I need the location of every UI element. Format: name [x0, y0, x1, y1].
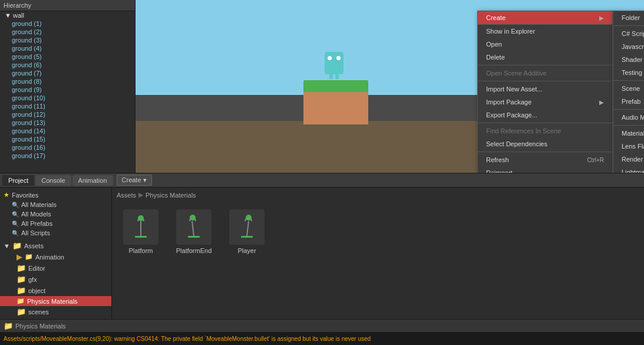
star-icon: ★ [4, 191, 9, 199]
hierarchy-title: Hierarchy [4, 2, 31, 9]
asset-icon-player [229, 209, 265, 245]
context-menu-sep2 [478, 81, 612, 81]
hierarchy-item-wall[interactable]: ▼ wall [0, 11, 135, 19]
submenu-item-lens-flare[interactable]: Lens Flare [613, 140, 644, 153]
context-menu-item-show-explorer[interactable]: Show in Explorer [478, 25, 612, 38]
tab-animation[interactable]: Animation [72, 175, 113, 186]
hierarchy-item-ground13[interactable]: ground (13) [0, 119, 135, 127]
hierarchy-item-ground6[interactable]: ground (6) [0, 61, 135, 69]
hierarchy-list[interactable]: ▼ wall ground (1) ground (2) ground (3) … [0, 11, 135, 172]
svg-rect-8 [241, 236, 253, 238]
folder-item-scenes[interactable]: 📁 scenes [0, 306, 111, 317]
hierarchy-item-ground8[interactable]: ground (8) [0, 77, 135, 86]
character-body [325, 52, 344, 74]
svg-line-6 [247, 221, 249, 236]
submenu-item-audio-mixer[interactable]: Audio Mixer [613, 111, 644, 124]
hierarchy-item-ground1[interactable]: ground (1) [0, 19, 135, 28]
asset-item-platformend[interactable]: PlatformEnd [173, 209, 214, 254]
hierarchy-item-ground16[interactable]: ground (16) [0, 143, 135, 152]
bottom-folder-bar: 📁 Physics Materials [0, 319, 644, 332]
hierarchy-item-ground3[interactable]: ground (3) [0, 36, 135, 44]
context-menu-item-export-package[interactable]: Export Package... [478, 109, 612, 121]
hierarchy-header: Hierarchy [0, 0, 135, 11]
sidebar-item-all-scripts[interactable]: 🔍 All Scripts [0, 228, 111, 238]
hierarchy-item-ground10[interactable]: ground (10) [0, 94, 135, 102]
svg-point-4 [190, 215, 196, 221]
hierarchy-item-ground9[interactable]: ground (9) [0, 86, 135, 94]
character-eye-left [328, 56, 332, 60]
submenu-item-prefab[interactable]: Prefab [613, 95, 644, 108]
context-menu-item-delete[interactable]: Delete [478, 51, 612, 64]
submenu-item-scene[interactable]: Scene [613, 82, 644, 95]
context-menu-sep3 [478, 123, 612, 123]
breadcrumb: Assets ▶ Physics Materials [114, 190, 642, 200]
folder-item-gfx[interactable]: 📁 gfx [0, 274, 111, 285]
submenu-item-render-texture[interactable]: Render Texture [613, 153, 644, 166]
asset-icon-platformend [176, 209, 212, 245]
svg-point-1 [138, 215, 144, 221]
hierarchy-item-ground11[interactable]: ground (11) [0, 102, 135, 110]
sidebar-item-all-materials[interactable]: 🔍 All Materials [0, 200, 111, 209]
refresh-shortcut: Ctrl+R [587, 157, 604, 163]
context-menu-item-open[interactable]: Open [478, 38, 612, 51]
editor-folder-icon: 📁 [16, 264, 26, 272]
breadcrumb-assets: Assets [117, 192, 136, 199]
submenu-sep0 [613, 25, 644, 26]
context-menu-item-import-asset[interactable]: Import New Asset... [478, 83, 612, 96]
context-menu-item-select-deps[interactable]: Select Dependencies [478, 137, 612, 150]
hierarchy-item-ground5[interactable]: ground (5) [0, 52, 135, 61]
create-button[interactable]: Create ▾ [117, 175, 152, 186]
svg-point-7 [246, 215, 252, 221]
folder-item-object[interactable]: 📁 object [0, 285, 111, 296]
scenes-folder-icon: 📁 [16, 307, 26, 316]
scene-view[interactable]: Create ▶ Show in Explorer Open Delete Op… [136, 0, 644, 173]
create-submenu[interactable]: Folder C# Script Javascript Shader ▶ Tes… [613, 11, 644, 173]
hierarchy-item-ground2[interactable]: ground (2) [0, 28, 135, 36]
asset-item-platform[interactable]: Platform [120, 209, 161, 254]
context-menu-item-reimport[interactable]: Reimport [478, 166, 612, 173]
context-menu[interactable]: Create ▶ Show in Explorer Open Delete Op… [477, 11, 613, 173]
svg-line-3 [192, 221, 194, 236]
bottom-tabs: Project Console Animation Create ▾ [0, 173, 644, 188]
folder-item-physics-materials[interactable]: 📁 Physics Materials [0, 296, 111, 306]
main-container: Hierarchy ▼ wall ground (1) ground (2) g… [0, 0, 644, 345]
assets-header[interactable]: ▼ 📁 Assets [0, 240, 111, 251]
context-menu-item-refresh[interactable]: Refresh Ctrl+R [478, 153, 612, 166]
context-menu-item-find-refs: Find References In Scene [478, 124, 612, 137]
context-menu-item-import-package[interactable]: Import Package ▶ [478, 96, 612, 109]
context-menu-item-create[interactable]: Create ▶ [478, 11, 612, 25]
bottom-panel: Project Console Animation Create ▾ ★ Fav… [0, 173, 644, 332]
submenu-item-lightmap-params[interactable]: Lightmap Parameters [613, 166, 644, 173]
hierarchy-item-ground15[interactable]: ground (15) [0, 135, 135, 143]
submenu-item-js[interactable]: Javascript [613, 40, 644, 53]
platform [303, 80, 368, 124]
tab-project[interactable]: Project [2, 175, 34, 186]
submenu-item-csharp[interactable]: C# Script [613, 27, 644, 40]
hierarchy-item-ground7[interactable]: ground (7) [0, 69, 135, 77]
hierarchy-item-ground14[interactable]: ground (14) [0, 127, 135, 135]
character [323, 52, 345, 80]
asset-item-player[interactable]: Player [226, 209, 267, 254]
physics-folder-icon: 📁 [16, 297, 25, 305]
favorites-header[interactable]: ★ Favorites [0, 190, 111, 200]
submenu-sep3 [613, 125, 644, 126]
gfx-folder-icon: 📁 [16, 275, 26, 284]
submenu-item-folder[interactable]: Folder [613, 11, 644, 24]
submenu-item-shader[interactable]: Shader ▶ [613, 53, 644, 66]
folder-item-editor[interactable]: 📁 Editor [0, 262, 111, 274]
submenu-item-testing[interactable]: Testing ▶ [613, 66, 644, 79]
asset-label-platform: Platform [129, 247, 153, 254]
hierarchy-item-ground17[interactable]: ground (17) [0, 152, 135, 160]
tab-console[interactable]: Console [35, 175, 71, 186]
object-folder-icon: 📁 [16, 286, 26, 295]
search-icon-materials: 🔍 [12, 202, 19, 208]
folder-item-animation[interactable]: ▶ 📁 Animation [0, 251, 111, 262]
sidebar-item-all-models[interactable]: 🔍 All Models [0, 209, 111, 219]
sidebar-item-all-prefabs[interactable]: 🔍 All Prefabs [0, 219, 111, 228]
hierarchy-item-ground4[interactable]: ground (4) [0, 44, 135, 52]
hierarchy-item-ground12[interactable]: ground (12) [0, 110, 135, 119]
breadcrumb-physics: Physics Materials [146, 192, 196, 199]
context-menu-sep4 [478, 152, 612, 152]
context-menu-sep1 [478, 65, 612, 65]
submenu-item-material[interactable]: Material [613, 127, 644, 140]
